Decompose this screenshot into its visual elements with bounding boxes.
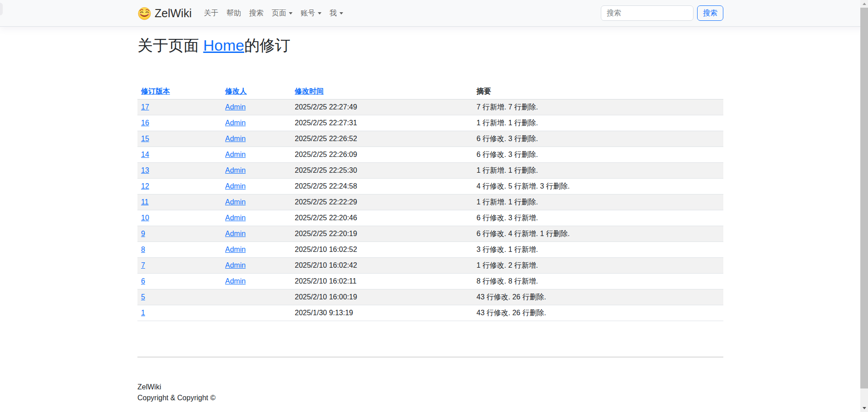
editor-cell: Admin bbox=[222, 147, 291, 163]
time-cell: 2025/2/25 22:27:31 bbox=[291, 115, 473, 131]
revision-table: 修订版本 修改人 修改时间 摘要 17Admin2025/2/25 22:27:… bbox=[137, 84, 723, 321]
editor-cell: Admin bbox=[222, 226, 291, 242]
revision-link[interactable]: 7 bbox=[141, 261, 145, 269]
revision-link[interactable]: 15 bbox=[141, 135, 149, 142]
summary-cell: 3 行修改. 1 行新增. bbox=[473, 242, 723, 258]
editor-cell: Admin bbox=[222, 258, 291, 274]
revision-cell: 13 bbox=[137, 163, 222, 179]
column-header-summary: 摘要 bbox=[473, 84, 723, 99]
editor-cell: Admin bbox=[222, 99, 291, 115]
revision-cell: 17 bbox=[137, 99, 222, 115]
sort-revision-link[interactable]: 修订版本 bbox=[141, 87, 170, 95]
nav-item-help[interactable]: 帮助 bbox=[222, 5, 245, 22]
editor-link[interactable]: Admin bbox=[225, 230, 245, 237]
editor-link[interactable]: Admin bbox=[225, 277, 245, 285]
revision-link[interactable]: 14 bbox=[141, 151, 149, 158]
editor-cell: Admin bbox=[222, 274, 291, 289]
editor-cell: Admin bbox=[222, 131, 291, 147]
smiley-logo-icon bbox=[137, 6, 151, 20]
scrollbar[interactable] bbox=[860, 0, 868, 412]
brand-label: ZelWiki bbox=[155, 6, 192, 20]
editor-link[interactable]: Admin bbox=[225, 198, 245, 206]
time-cell: 2025/2/25 22:26:09 bbox=[291, 147, 473, 163]
nav-dropdown-me[interactable]: 我 bbox=[326, 5, 347, 22]
editor-link[interactable]: Admin bbox=[225, 103, 245, 111]
summary-cell: 1 行新增. 1 行删除. bbox=[473, 163, 723, 179]
table-row: 8Admin2025/2/10 16:02:523 行修改. 1 行新增. bbox=[137, 242, 723, 258]
page-title-home-link[interactable]: Home bbox=[203, 37, 244, 54]
revision-link[interactable]: 6 bbox=[141, 277, 145, 285]
table-row: 12025/1/30 9:13:1943 行修改. 26 行删除. bbox=[137, 305, 723, 321]
nav-dropdown-pages[interactable]: 页面 bbox=[268, 5, 297, 22]
revision-cell: 14 bbox=[137, 147, 222, 163]
table-row: 17Admin2025/2/25 22:27:497 行新增. 7 行删除. bbox=[137, 99, 723, 115]
editor-cell bbox=[222, 305, 291, 321]
column-header-time: 修改时间 bbox=[291, 84, 473, 99]
revision-link[interactable]: 17 bbox=[141, 103, 149, 111]
footer-copyright: Copyright & Copyright © bbox=[137, 393, 723, 403]
summary-cell: 6 行修改. 4 行新增. 1 行删除. bbox=[473, 226, 723, 242]
summary-cell: 7 行新增. 7 行删除. bbox=[473, 99, 723, 115]
scroll-up-icon[interactable] bbox=[860, 0, 868, 8]
table-row: 6Admin2025/2/10 16:02:118 行修改. 8 行新增. bbox=[137, 274, 723, 289]
nav-links: 关于 帮助 搜索 页面 账号 我 bbox=[200, 5, 347, 22]
revision-link[interactable]: 9 bbox=[141, 230, 145, 237]
editor-link[interactable]: Admin bbox=[225, 166, 245, 174]
table-row: 12Admin2025/2/25 22:24:584 行修改. 5 行新增. 3… bbox=[137, 179, 723, 194]
editor-link[interactable]: Admin bbox=[225, 246, 245, 253]
editor-cell: Admin bbox=[222, 194, 291, 210]
editor-link[interactable]: Admin bbox=[225, 261, 245, 269]
table-row: 14Admin2025/2/25 22:26:096 行修改. 3 行删除. bbox=[137, 147, 723, 163]
caret-down-icon bbox=[289, 12, 292, 14]
revision-cell: 8 bbox=[137, 242, 222, 258]
table-row: 15Admin2025/2/25 22:26:526 行修改. 3 行删除. bbox=[137, 131, 723, 147]
table-row: 11Admin2025/2/25 22:22:291 行新增. 1 行删除. bbox=[137, 194, 723, 210]
sort-time-link[interactable]: 修改时间 bbox=[295, 87, 324, 95]
revision-link[interactable]: 5 bbox=[141, 293, 145, 301]
revision-link[interactable]: 13 bbox=[141, 166, 149, 174]
window-edge-artifact bbox=[0, 3, 3, 15]
time-cell: 2025/2/10 16:02:11 bbox=[291, 274, 473, 289]
sort-editor-link[interactable]: 修改人 bbox=[225, 87, 247, 95]
editor-link[interactable]: Admin bbox=[225, 119, 245, 127]
revision-cell: 5 bbox=[137, 289, 222, 305]
footer-divider bbox=[137, 357, 723, 357]
column-header-editor: 修改人 bbox=[222, 84, 291, 99]
time-cell: 2025/2/25 22:20:46 bbox=[291, 210, 473, 226]
scroll-down-icon[interactable] bbox=[860, 404, 868, 412]
summary-cell: 1 行新增. 1 行删除. bbox=[473, 115, 723, 131]
nav-dropdown-account[interactable]: 账号 bbox=[297, 5, 326, 22]
editor-link[interactable]: Admin bbox=[225, 214, 245, 222]
summary-cell: 43 行修改. 26 行删除. bbox=[473, 289, 723, 305]
summary-cell: 43 行修改. 26 行删除. bbox=[473, 305, 723, 321]
brand-link[interactable]: ZelWiki bbox=[137, 6, 192, 20]
editor-cell bbox=[222, 289, 291, 305]
editor-link[interactable]: Admin bbox=[225, 151, 245, 158]
revision-link[interactable]: 16 bbox=[141, 119, 149, 127]
search-button[interactable]: 搜索 bbox=[697, 5, 723, 21]
column-header-revision: 修订版本 bbox=[137, 84, 222, 99]
revision-link[interactable]: 12 bbox=[141, 182, 149, 190]
revision-link[interactable]: 10 bbox=[141, 214, 149, 222]
table-row: 13Admin2025/2/25 22:25:301 行新增. 1 行删除. bbox=[137, 163, 723, 179]
revision-link[interactable]: 11 bbox=[141, 198, 149, 206]
navbar: ZelWiki 关于 帮助 搜索 页面 账号 我 搜索 bbox=[0, 0, 868, 27]
editor-link[interactable]: Admin bbox=[225, 182, 245, 190]
revision-cell: 9 bbox=[137, 226, 222, 242]
revision-link[interactable]: 1 bbox=[141, 309, 145, 317]
time-cell: 2025/2/25 22:22:29 bbox=[291, 194, 473, 210]
revision-cell: 15 bbox=[137, 131, 222, 147]
main-content: 关于页面 Home的修订 修订版本 修改人 修改时间 摘要 17Admin202… bbox=[132, 27, 729, 403]
navbar-search-group: 搜索 bbox=[601, 5, 723, 21]
revision-cell: 16 bbox=[137, 115, 222, 131]
summary-cell: 4 行修改. 5 行新增. 3 行删除. bbox=[473, 179, 723, 194]
scrollbar-thumb[interactable] bbox=[860, 8, 868, 388]
revision-link[interactable]: 8 bbox=[141, 246, 145, 253]
time-cell: 2025/2/25 22:27:49 bbox=[291, 99, 473, 115]
nav-item-about[interactable]: 关于 bbox=[200, 5, 222, 22]
summary-cell: 1 行修改. 2 行新增. bbox=[473, 258, 723, 274]
revision-cell: 11 bbox=[137, 194, 222, 210]
nav-item-search[interactable]: 搜索 bbox=[245, 5, 268, 22]
search-input[interactable] bbox=[601, 5, 693, 21]
editor-link[interactable]: Admin bbox=[225, 135, 245, 142]
